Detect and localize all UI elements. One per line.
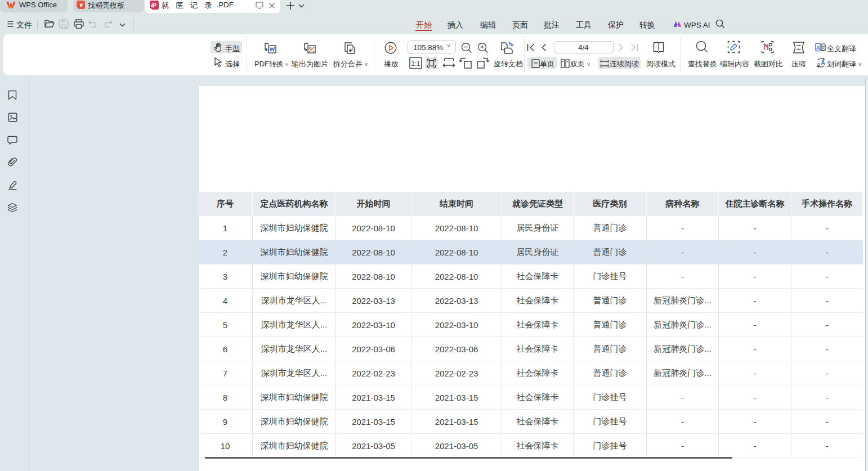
svg-text:A: A	[816, 44, 820, 51]
svg-text:文: 文	[821, 45, 825, 50]
svg-text:A: A	[821, 60, 825, 66]
svg-text:1:1: 1:1	[411, 60, 420, 67]
svg-text:文: 文	[816, 62, 821, 68]
